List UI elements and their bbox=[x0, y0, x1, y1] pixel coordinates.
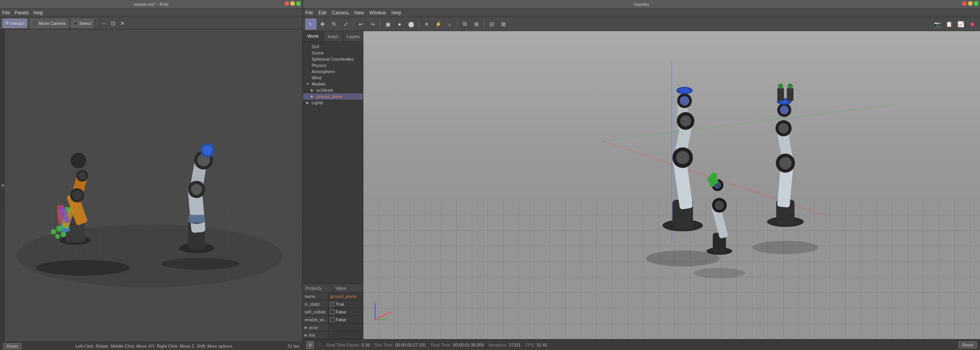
gz-play-pause-btn[interactable]: ⏸ bbox=[306, 341, 314, 349]
gz-tree-wind[interactable]: Wind bbox=[303, 75, 363, 81]
gz-prop-pose-row[interactable]: ▶ pose bbox=[303, 324, 363, 331]
gz-sphere-btn[interactable]: ● bbox=[394, 19, 405, 30]
gz-ur10-arrow: ▶ bbox=[311, 88, 315, 92]
svg-text:x: x bbox=[391, 310, 392, 313]
rviz-menu-help[interactable]: Help bbox=[33, 10, 43, 16]
rviz-close-btn[interactable] bbox=[284, 1, 289, 6]
gz-rtf-label: Real Time Factor: bbox=[326, 343, 360, 347]
interact-button[interactable]: ⚙ Interact bbox=[2, 19, 27, 28]
gz-select-tool[interactable]: ↖ bbox=[305, 19, 316, 30]
gz-snap-btn[interactable]: ⊠ bbox=[498, 19, 509, 30]
gz-wind-checkbox[interactable] bbox=[330, 317, 335, 322]
gz-rotate-tool[interactable]: ↻ bbox=[329, 19, 340, 30]
gz-log-btn[interactable]: 📋 bbox=[943, 19, 954, 30]
gz-record-btn[interactable]: ⏺ bbox=[967, 19, 978, 30]
gz-fps-item: FPS: 32.45 bbox=[525, 343, 547, 347]
gz-prop-wind-row: enable_wi... False bbox=[303, 316, 363, 324]
gazebo-menu-camera[interactable]: Camera bbox=[332, 10, 349, 16]
gazebo-title: Gazebo bbox=[634, 2, 649, 7]
gz-align-btn[interactable]: ⊟ bbox=[486, 19, 497, 30]
gz-copy-btn[interactable]: ⧉ bbox=[459, 19, 470, 30]
gz-step-icon[interactable]: – bbox=[319, 342, 322, 348]
toolbar-sep-1 bbox=[97, 19, 97, 27]
rviz-toolbar: ⚙ Interact 🎥 Move Camera Select ← ⊡ ✕ bbox=[0, 17, 302, 30]
gz-world-tree: GUI Scene Spherical Coordinates Physics … bbox=[303, 42, 363, 284]
gz-simtime-value: 00:00:00:27.331 bbox=[395, 343, 426, 347]
gazebo-menu-help[interactable]: Help bbox=[391, 10, 401, 16]
gz-tree-models[interactable]: ▼ Models bbox=[303, 81, 363, 87]
gz-tree-ground-plane[interactable]: ▶ ground_plane bbox=[303, 93, 363, 100]
rviz-title: moveit.rviz* - RViz bbox=[134, 2, 168, 7]
rviz-menu-panels[interactable]: Panels bbox=[14, 10, 29, 16]
gz-spotlight-btn[interactable]: ⚡ bbox=[433, 19, 444, 30]
gz-paste-btn[interactable]: ⊞ bbox=[471, 19, 482, 30]
rviz-titlebar: moveit.rviz* - RViz bbox=[0, 0, 302, 9]
gz-robot-scene bbox=[363, 31, 980, 339]
gz-tab-world[interactable]: World bbox=[303, 31, 323, 42]
gz-redo-btn[interactable]: ↪ bbox=[367, 19, 378, 30]
gz-tab-layers[interactable]: Layers bbox=[343, 31, 363, 42]
rviz-tool-right[interactable]: ✕ bbox=[119, 20, 126, 27]
gz-tree-ur10esrh[interactable]: ▶ ur10esrh bbox=[303, 87, 363, 93]
gazebo-max-btn[interactable] bbox=[974, 1, 978, 6]
gz-tree-scene[interactable]: Scene bbox=[303, 50, 363, 56]
svg-point-77 bbox=[710, 182, 715, 187]
rviz-window-buttons bbox=[284, 1, 301, 6]
svg-point-66 bbox=[787, 84, 792, 89]
gz-tree-gui[interactable]: GUI bbox=[303, 44, 363, 50]
gz-prop-name-row: name ground_plane bbox=[303, 292, 363, 300]
gz-iterations-item: Iterations: 27331 bbox=[489, 343, 521, 347]
gazebo-menu-edit[interactable]: Edit bbox=[318, 10, 326, 16]
gazebo-close-btn[interactable] bbox=[962, 1, 967, 6]
rviz-reset-button[interactable]: Reset bbox=[3, 343, 21, 349]
gazebo-menubar: File Edit Camera View Window Help bbox=[303, 9, 980, 17]
gazebo-menu-file[interactable]: File bbox=[305, 10, 313, 16]
svg-point-56 bbox=[779, 157, 792, 169]
gz-tab-insert[interactable]: Insert bbox=[323, 31, 344, 42]
gz-screenshot-btn[interactable]: 📷 bbox=[932, 19, 943, 30]
gz-tree-atmosphere[interactable]: Atmosphere bbox=[303, 68, 363, 75]
gz-cylinder-btn[interactable]: ⬤ bbox=[406, 19, 417, 30]
select-button[interactable]: Select bbox=[71, 19, 94, 28]
gz-sep-3 bbox=[419, 19, 419, 29]
rviz-collapse-sidebar[interactable]: ◀ bbox=[0, 30, 5, 341]
gz-scale-tool[interactable]: ⤢ bbox=[340, 19, 351, 30]
gz-viewport[interactable]: x z y bbox=[363, 31, 980, 339]
gz-ur10-label: ur10esrh bbox=[316, 88, 333, 93]
rviz-min-btn[interactable] bbox=[290, 1, 295, 6]
rviz-viewport[interactable] bbox=[5, 30, 302, 341]
svg-point-58 bbox=[778, 123, 789, 133]
gz-translate-tool[interactable]: ✥ bbox=[317, 19, 328, 30]
gz-prop-link-row[interactable]: ▶ link bbox=[303, 331, 363, 339]
gz-real-time-item: Real Time: 00:00:01:38.009 bbox=[431, 343, 484, 347]
gz-tree-lights[interactable]: ▶ Lights bbox=[303, 100, 363, 106]
gz-tree-spherical[interactable]: Spherical Coordinates bbox=[303, 56, 363, 62]
gz-pointlight-btn[interactable]: ☀ bbox=[421, 19, 432, 30]
move-camera-button[interactable]: 🎥 Move Camera bbox=[30, 19, 68, 28]
gz-sep-1 bbox=[353, 19, 354, 29]
svg-point-78 bbox=[646, 250, 720, 266]
gz-prop-name-value: ground_plane bbox=[328, 292, 363, 300]
gz-collide-val-text: False bbox=[336, 310, 346, 314]
gz-collide-checkbox[interactable] bbox=[330, 310, 335, 314]
gz-lights-arrow: ▶ bbox=[306, 101, 310, 105]
gazebo-menu-view[interactable]: View bbox=[354, 10, 364, 16]
gz-wind-val-text: False bbox=[336, 317, 346, 322]
rviz-tool-mid[interactable]: ⊡ bbox=[110, 20, 117, 27]
gz-reset-button[interactable]: Reset bbox=[959, 341, 977, 348]
gazebo-min-btn[interactable] bbox=[968, 1, 973, 6]
gz-plot-btn[interactable]: 📈 bbox=[955, 19, 966, 30]
gz-dirlight-btn[interactable]: ☼ bbox=[444, 19, 455, 30]
gz-box-btn[interactable]: ▣ bbox=[382, 19, 393, 30]
gazebo-titlebar: Gazebo bbox=[303, 0, 980, 9]
rviz-menu-file[interactable]: File bbox=[2, 10, 10, 16]
rviz-tool-left[interactable]: ← bbox=[100, 20, 107, 27]
gz-atmosphere-label: Atmosphere bbox=[312, 69, 335, 74]
svg-point-60 bbox=[780, 105, 789, 114]
rviz-max-btn[interactable] bbox=[296, 1, 301, 6]
gz-undo-btn[interactable]: ↩ bbox=[356, 19, 366, 30]
gz-prop-static-label: is_static bbox=[303, 300, 328, 308]
gz-static-checkbox[interactable] bbox=[330, 302, 335, 306]
gz-tree-physics[interactable]: Physics bbox=[303, 62, 363, 68]
gazebo-menu-window[interactable]: Window bbox=[370, 10, 386, 16]
